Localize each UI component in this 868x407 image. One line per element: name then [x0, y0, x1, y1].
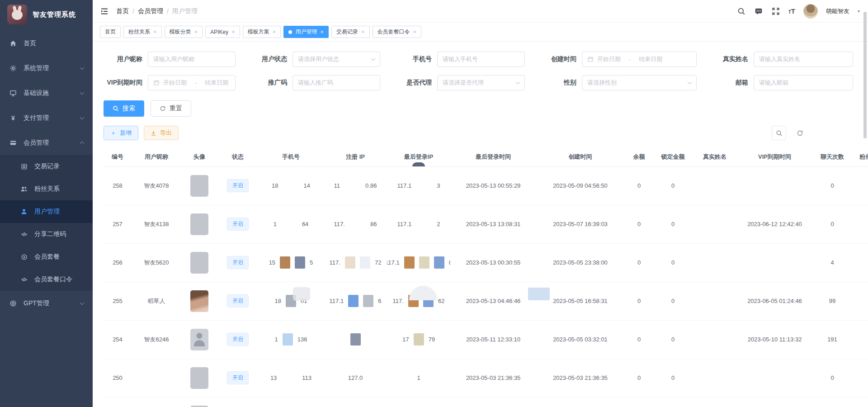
- redaction-blob: [419, 256, 429, 269]
- cell-vip-expire: [737, 359, 812, 397]
- chevron-down-icon: [688, 80, 692, 84]
- users-table: 编号用户昵称头像状态手机号注册 IP最后登录IP最后登录时间创建时间余额锁定金额…: [104, 147, 868, 407]
- table-row[interactable]: 254智友6246开启113617792023-05-11 12:33:1020…: [104, 320, 868, 359]
- close-icon[interactable]: ×: [413, 29, 417, 35]
- cell-chat-count: 4: [812, 243, 853, 282]
- cell-created-time: 2023-05-05 23:38:00: [536, 243, 624, 282]
- form-field: 手机号请输入手机号: [393, 52, 525, 67]
- redacted-value: 1: [387, 374, 450, 381]
- cell-phone: 13113: [258, 359, 324, 397]
- message-icon[interactable]: [754, 7, 763, 16]
- tab-item[interactable]: 首页: [100, 26, 121, 38]
- search-button[interactable]: 搜索: [104, 100, 144, 117]
- cell-chat-count: 0: [812, 205, 853, 243]
- text-input[interactable]: 请输入真实姓名: [754, 52, 853, 67]
- sidebar-item-package-code[interactable]: </> 会员套餐口令: [0, 268, 93, 291]
- table-refresh-icon[interactable]: [793, 126, 807, 140]
- value-suffix: 6: [378, 298, 381, 304]
- cell-balance: 0: [624, 282, 654, 320]
- value-prefix: 15: [269, 259, 275, 266]
- sidebar-item-infrastructure[interactable]: 基础设施: [0, 80, 93, 105]
- cell-last-login-ip: 117.12: [387, 205, 450, 243]
- scrollbar[interactable]: [863, 12, 867, 138]
- cell-phone: 1136: [258, 320, 324, 359]
- sidebar-item-users[interactable]: 用户管理: [0, 200, 93, 223]
- fullscreen-icon[interactable]: [771, 7, 780, 16]
- close-icon[interactable]: ×: [273, 29, 276, 35]
- redacted-value: 117.12: [387, 221, 450, 227]
- value-prefix: 1: [275, 336, 278, 343]
- select-input[interactable]: 请选择是否代理: [437, 75, 525, 90]
- tab-item[interactable]: 模板分类×: [165, 26, 203, 38]
- text-input[interactable]: 请输入推广码: [292, 75, 380, 90]
- value-prefix: 117.: [393, 298, 404, 304]
- sidebar-item-gpt[interactable]: GPT管理: [0, 291, 93, 316]
- redacted-value: 117.13: [387, 182, 450, 189]
- table-row[interactable]: 250开启13113127.012023-05-03 21:36:352023-…: [104, 359, 868, 397]
- breadcrumb-home[interactable]: 首页: [116, 7, 129, 15]
- tab-item[interactable]: 模板方案×: [243, 26, 281, 38]
- sidebar-item-member-package[interactable]: 会员套餐: [0, 246, 93, 268]
- close-icon[interactable]: ×: [231, 29, 235, 35]
- close-icon[interactable]: ×: [361, 29, 365, 35]
- sidebar-item-home[interactable]: 首页: [0, 31, 93, 56]
- select-input[interactable]: 请选择用户状态: [292, 52, 380, 67]
- daterange-input[interactable]: 开始日期-结束日期: [148, 75, 236, 90]
- tab-item[interactable]: 会员套餐口令×: [373, 26, 422, 38]
- table-search-icon[interactable]: [772, 126, 786, 140]
- column-header: 创建时间: [536, 147, 624, 166]
- tab-item[interactable]: 粉丝关系×: [123, 26, 162, 38]
- sidebar-toggle-icon[interactable]: [100, 7, 109, 16]
- cell-nickname: 稻草人: [132, 282, 181, 320]
- redacted-value: 117.16: [324, 295, 387, 307]
- sidebar-item-fans[interactable]: 粉丝关系: [0, 178, 93, 200]
- search-icon: [113, 105, 119, 112]
- logo-avatar-image: [7, 5, 27, 24]
- text-input[interactable]: 请输入邮箱: [754, 75, 853, 90]
- table-row[interactable]: 257智友4138开启164117.86117.122023-05-13 13:…: [104, 205, 868, 243]
- cell-fans: [853, 320, 868, 359]
- export-button[interactable]: 导出: [144, 126, 179, 140]
- close-icon[interactable]: ×: [153, 29, 157, 35]
- navbar-actions: TT 萌能智友 ▾: [737, 4, 860, 19]
- tab-item[interactable]: APIKey×: [205, 26, 240, 38]
- sidebar-item-label: 交易记录: [34, 162, 60, 170]
- caret-down-icon[interactable]: ▾: [858, 9, 860, 14]
- chevron-up-icon: [80, 142, 85, 146]
- breadcrumb-member[interactable]: 会员管理: [138, 7, 163, 15]
- column-header: 手机号: [258, 147, 324, 166]
- table-row[interactable]: 255稻草人开启1801117.16117.622023-05-13 04:46…: [104, 282, 868, 320]
- user-avatar[interactable]: [803, 4, 818, 19]
- form-field: 用户状态请选择用户状态: [248, 52, 380, 67]
- add-button[interactable]: ＋ 新增: [104, 126, 138, 140]
- font-size-icon[interactable]: TT: [788, 7, 795, 15]
- daterange-input[interactable]: 开始日期-结束日期: [582, 52, 697, 67]
- redacted-value: 1814: [258, 182, 324, 189]
- table-row[interactable]: 258智友4078开启1814110.86117.132023-05-13 00…: [104, 166, 868, 205]
- table-row[interactable]: 24912开启1521121272023-05-13 08:29:362023-…: [104, 397, 868, 407]
- search-icon[interactable]: [737, 7, 746, 16]
- cell-id: 254: [104, 320, 132, 359]
- redaction-blob: [283, 333, 293, 345]
- username[interactable]: 萌能智友: [826, 7, 849, 15]
- cell-fans: [853, 397, 868, 407]
- daterange-separator: -: [629, 56, 631, 63]
- form-field: 邮箱请输入邮箱: [709, 75, 853, 90]
- table-row[interactable]: 256智友5620开启155117.72117.182023-05-13 00:…: [104, 243, 868, 282]
- close-icon[interactable]: ×: [320, 29, 324, 35]
- cell-created-time: 2023-05-03 21:36:35: [536, 359, 624, 397]
- close-icon[interactable]: ×: [194, 29, 198, 35]
- sidebar-item-system[interactable]: 系统管理: [0, 56, 93, 80]
- select-input[interactable]: 请选择性别: [582, 75, 697, 90]
- sidebar-item-share-qrcode[interactable]: </> 分享二维码: [0, 223, 93, 246]
- text-input[interactable]: 请输入手机号: [437, 52, 525, 67]
- sidebar-item-payment[interactable]: ¥ 支付管理: [0, 105, 93, 130]
- sidebar-item-member[interactable]: 会员管理: [0, 130, 93, 155]
- tab-item[interactable]: 用户管理×: [283, 26, 329, 38]
- tab-item[interactable]: 交易记录×: [331, 26, 370, 38]
- sidebar-item-transactions[interactable]: 交易记录: [0, 155, 93, 178]
- text-input[interactable]: 请输入用户昵称: [148, 52, 236, 67]
- reset-button[interactable]: 重置: [151, 100, 191, 117]
- cell-id: 255: [104, 282, 132, 320]
- input-placeholder: 请输入手机号: [443, 55, 478, 63]
